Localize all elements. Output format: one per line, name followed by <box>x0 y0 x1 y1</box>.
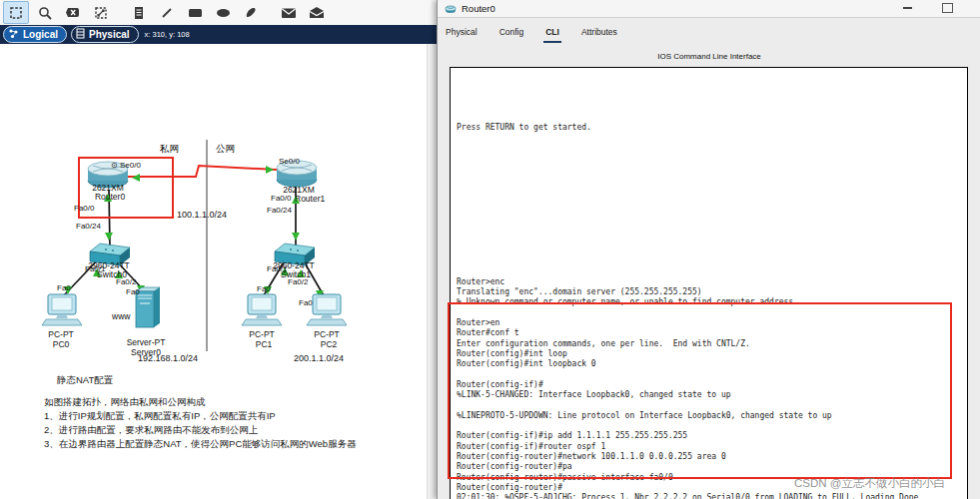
note-line-2: 1、进行IP规划配置，私网配置私有IP，公网配置共有IP <box>44 410 276 423</box>
draw-ellipse-tool-button[interactable] <box>211 2 235 23</box>
resize-shape-tool-button[interactable] <box>89 2 113 23</box>
server0-model-label: Server-PT <box>127 338 166 347</box>
ellipse-icon <box>216 7 231 19</box>
server0-name-label: Server0 <box>131 348 161 357</box>
tab-physical[interactable]: Physical <box>444 24 480 43</box>
cli-highlight-rectangle <box>448 302 952 479</box>
pc0-icon[interactable] <box>42 294 82 325</box>
logical-cluster-icon <box>8 28 19 41</box>
zone-label-public: 公网 <box>216 144 235 154</box>
pc2-port-label: Fa0 <box>299 299 313 307</box>
pc1-model-label: PC-PT <box>249 330 275 339</box>
delete-tool-button[interactable] <box>61 2 85 23</box>
tab-config[interactable]: Config <box>497 24 526 43</box>
draw-freeform-tool-button[interactable] <box>239 2 263 23</box>
pc0-model-label: PC-PT <box>48 330 74 339</box>
serial-network-label: 100.1.1.0/24 <box>177 211 227 220</box>
csdn-watermark: CSDN @立志不做小白的小白 <box>794 476 980 491</box>
router-device-icon <box>445 4 457 14</box>
note-line-1: 如图搭建拓扑，网络由私网和公网构成 <box>44 396 206 409</box>
router1-fa00-port-label: Fa0/0 <box>271 195 291 203</box>
zone-label-private: 私网 <box>160 144 179 154</box>
draw-rectangle-tool-button[interactable] <box>183 2 207 23</box>
switch0-fa02-port-label: Fa0/2 <box>116 278 136 286</box>
cursor-coordinates: x: 310, y: 108 <box>145 30 190 39</box>
pc1-icon[interactable] <box>242 294 282 325</box>
view-mode-bar: Logical Physical x: 310, y: 108 <box>0 25 437 44</box>
cli-banner: IOS Command Line Interface <box>438 52 980 61</box>
open-envelope-icon <box>309 6 325 19</box>
maximize-icon <box>942 3 953 13</box>
router0-serial-port-label: ⊙ Se0/0 <box>111 162 141 170</box>
switch0-fa01-port-label: Fa0/1 <box>85 265 105 273</box>
magnifier-icon <box>38 6 52 20</box>
www-label: www <box>112 312 130 321</box>
topology-canvas[interactable]: 私网 公网 ⊙ Se0/0 2621XM Router0 Fa0/0 Fa0/2… <box>0 44 437 499</box>
clock-icon: ⊙ <box>111 161 118 170</box>
router0-window: Router0 Physical Config CLI Attributes I… <box>437 0 980 499</box>
public-lan-network-label: 200.1.1.0/24 <box>294 354 344 363</box>
physical-view-toggle[interactable]: Physical <box>71 26 139 43</box>
note-line-3: 2、进行路由配置，要求私网路由不能发布到公网上 <box>44 424 258 437</box>
router1-name-label: Router1 <box>295 195 325 204</box>
note-line-4: 3、在边界路由器上配置静态NAT，使得公网PC能够访问私网的Web服务器 <box>44 438 357 451</box>
note-title: 静态NAT配置 <box>57 374 113 387</box>
router1-serial-port-label: Se0/0 <box>279 158 300 166</box>
pc1-name-label: PC1 <box>256 340 273 349</box>
pc2-model-label: PC-PT <box>314 330 340 339</box>
router0-fa00-port-label: Fa0/0 <box>74 205 94 213</box>
draw-line-tool-button[interactable] <box>155 2 179 23</box>
device-tabs: Physical Config CLI Attributes <box>444 24 619 43</box>
window-titlebar[interactable]: Router0 <box>438 0 980 18</box>
physical-label: Physical <box>89 29 130 40</box>
router0-name-label: Router0 <box>95 193 125 202</box>
tab-cli[interactable]: CLI <box>543 24 561 43</box>
line-icon <box>160 6 174 20</box>
switch1-uplink-port-label: Fa0/24 <box>267 207 292 215</box>
close-button[interactable] <box>972 0 980 16</box>
tab-attributes[interactable]: Attributes <box>579 24 619 43</box>
closed-envelope-icon <box>281 7 297 19</box>
window-title: Router0 <box>462 3 495 14</box>
switch0-uplink-port-label: Fa0/24 <box>76 223 101 231</box>
workspace-panel: Logical Physical x: 310, y: 108 <box>0 0 437 499</box>
delete-x-icon <box>66 6 81 19</box>
pc2-name-label: PC2 <box>321 340 338 349</box>
add-simple-pdu-tool-button[interactable] <box>277 2 301 23</box>
select-icon <box>9 6 23 20</box>
minimize-icon <box>903 7 912 9</box>
server0-port-label: Fa0 <box>126 288 140 296</box>
select-tool-button[interactable] <box>3 1 29 24</box>
pc0-name-label: PC0 <box>53 340 70 349</box>
packet-tracer-screen: { "toolbar": { "icons": ["select-tool","… <box>0 0 980 499</box>
pc0-port-label: Fa0 <box>57 284 71 292</box>
logical-view-toggle[interactable]: Logical <box>3 26 67 43</box>
freeform-pencil-icon <box>244 6 258 20</box>
resize-icon <box>94 6 108 20</box>
drawing-toolbar <box>0 0 437 25</box>
add-complex-pdu-tool-button[interactable] <box>305 2 329 23</box>
pc1-port-label: Fa0 <box>257 285 271 293</box>
rectangle-icon <box>188 7 203 19</box>
switch1-fa02-port-label: Fa0/2 <box>288 278 308 286</box>
physical-rack-icon <box>76 28 85 41</box>
minimize-button[interactable] <box>892 0 922 16</box>
inspect-tool-button[interactable] <box>33 2 57 23</box>
pc2-icon[interactable] <box>307 294 347 325</box>
place-note-tool-button[interactable] <box>127 2 151 23</box>
maximize-button[interactable] <box>932 0 962 16</box>
note-icon <box>133 6 145 20</box>
logical-label: Logical <box>23 29 58 40</box>
switch1-fa01-port-label: Fa0/1 <box>267 265 287 273</box>
